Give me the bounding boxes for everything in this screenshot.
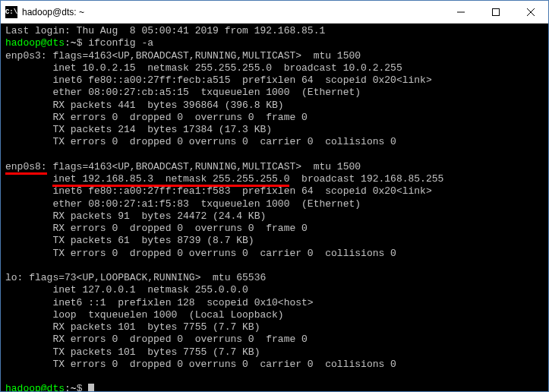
output-line: loop txqueuelen 1000 (Local Loopback) (5, 309, 284, 321)
prompt-symbol: $ (77, 383, 83, 391)
iface-lo-flags: flags=73<UP,LOOPBACK,RUNNING> mtu 65536 (23, 272, 266, 283)
output-line: inet6 fe80::a00:27ff:fecb:a515 prefixlen… (5, 74, 432, 86)
prompt-user: hadoop@dts (5, 383, 65, 391)
output-line: RX packets 101 bytes 7755 (7.7 KB) (5, 321, 260, 333)
output-line: TX errors 0 dropped 0 overruns 0 carrier… (5, 136, 396, 147)
iface-enp0s3-flags: flags=4163<UP,BROADCAST,RUNNING,MULTICAS… (47, 50, 361, 62)
inet-prefix (5, 173, 52, 185)
prompt-user: hadoop@dts (5, 37, 65, 49)
inet-suffix: broadcast 192.168.85.255 (289, 173, 443, 185)
terminal-body[interactable]: Last login: Thu Aug 8 05:00:41 2019 from… (1, 24, 548, 391)
output-line: ether 08:00:27:a1:f5:83 txqueuelen 1000 … (5, 198, 361, 210)
output-line: RX errors 0 dropped 0 overruns 0 frame 0 (5, 223, 308, 234)
output-line: TX packets 214 bytes 17384 (17.3 KB) (5, 124, 272, 135)
output-line: TX errors 0 dropped 0 overruns 0 carrier… (5, 359, 396, 370)
output-line: RX packets 441 bytes 396864 (396.8 KB) (5, 100, 284, 111)
output-line: inet6 ::1 prefixlen 128 scopeid 0x10<hos… (5, 297, 314, 308)
output-line: RX errors 0 dropped 0 overruns 0 frame 0 (5, 334, 308, 345)
maximize-button[interactable] (478, 1, 513, 23)
titlebar[interactable]: C:\ hadoop@dts: ~ (1, 1, 548, 24)
window-controls (443, 1, 548, 23)
iface-enp0s8-flags: flags=4163<UP,BROADCAST,RUNNING,MULTICAS… (47, 161, 361, 172)
minimize-button[interactable] (443, 1, 478, 23)
terminal-window: C:\ hadoop@dts: ~ Last login: Thu Aug 8 … (0, 0, 549, 392)
iface-enp0s3-name: enp0s3: (5, 50, 47, 62)
prompt-path: ~ (71, 37, 77, 49)
last-login-line: Last login: Thu Aug 8 05:00:41 2019 from… (5, 25, 325, 36)
prompt-sep: : (65, 37, 71, 49)
maximize-icon (492, 8, 500, 16)
output-line: RX packets 91 bytes 24472 (24.4 KB) (5, 210, 266, 222)
minimize-icon (457, 8, 465, 16)
prompt-sep: : (65, 383, 71, 391)
close-button[interactable] (513, 1, 548, 23)
command-text: ifconfig -a (88, 37, 153, 49)
output-line: RX errors 0 dropped 0 overruns 0 frame 0 (5, 112, 308, 123)
output-line: TX packets 101 bytes 7755 (7.7 KB) (5, 346, 260, 358)
svg-rect-1 (493, 8, 500, 15)
output-line: inet 127.0.0.1 netmask 255.0.0.0 (5, 284, 248, 296)
output-line: inet6 fe80::a00:27ff:fea1:f583 prefixlen… (5, 185, 432, 197)
cursor (88, 384, 94, 391)
window-title: hadoop@dts: ~ (22, 7, 443, 17)
prompt-symbol: $ (77, 37, 83, 49)
output-line: TX packets 61 bytes 8739 (8.7 KB) (5, 235, 254, 246)
output-line: ether 08:00:27:cb:a5:15 txqueuelen 1000 … (5, 87, 361, 98)
output-line: inet 10.0.2.15 netmask 255.255.255.0 bro… (5, 62, 402, 74)
prompt-path: ~ (71, 383, 77, 391)
terminal-icon: C:\ (5, 6, 17, 18)
output-line: TX errors 0 dropped 0 overruns 0 carrier… (5, 248, 396, 259)
iface-lo-name: lo: (5, 272, 23, 283)
close-icon (527, 8, 535, 16)
